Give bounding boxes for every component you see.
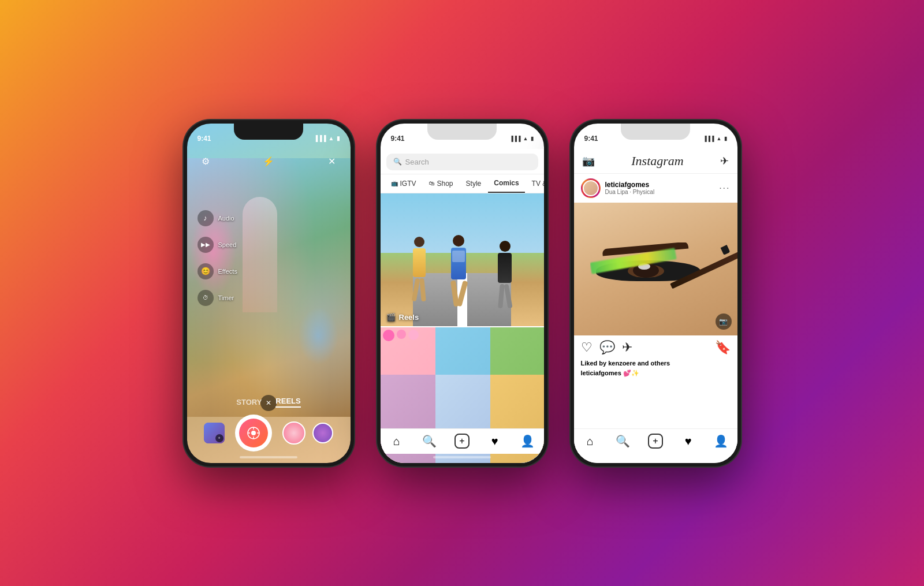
effects-control[interactable]: 😊 Effects xyxy=(198,263,237,279)
phone-camera: 9:41 ▐▐▐ ▲ ▮ ⚙ ⚡ ✕ ♪ Audio ▶▶ Speed � xyxy=(184,120,354,466)
home-nav-icon-3[interactable]: ⌂ xyxy=(580,431,601,451)
explore-featured-image: 🎬 Reels xyxy=(381,193,544,326)
post-user-info: leticiafgomes Dua Lipa · Physical xyxy=(581,178,655,198)
user-avatar[interactable] xyxy=(581,178,601,198)
camera-top-controls: ⚙ ⚡ ✕ xyxy=(187,152,351,171)
gallery-thumbnail[interactable]: + xyxy=(204,423,225,443)
likes-nav-icon-3[interactable]: ♥ xyxy=(678,431,699,451)
grid-item-5[interactable] xyxy=(435,375,489,421)
effect-options xyxy=(282,421,333,445)
shutter-row: + xyxy=(187,415,351,451)
story-mode-tab[interactable]: STORY xyxy=(236,398,262,406)
home-indicator-3 xyxy=(627,456,684,458)
reels-mode-tab[interactable]: REELS xyxy=(275,397,300,408)
like-button[interactable]: ♡ xyxy=(581,340,593,355)
likes-text: Liked by kenzoere and others xyxy=(581,360,670,367)
user-details: leticiafgomes Dua Lipa · Physical xyxy=(605,181,655,195)
add-nav-icon-3[interactable]: + xyxy=(645,431,666,451)
bottom-nav-3: ⌂ 🔍 + ♥ 👤 xyxy=(574,428,737,454)
bookmark-button[interactable]: 🔖 xyxy=(715,340,731,355)
speed-label: Speed xyxy=(218,241,237,248)
settings-icon[interactable]: ⚙ xyxy=(196,152,215,171)
camera-header-icon[interactable]: 📷 xyxy=(582,155,595,167)
grid-item-4[interactable] xyxy=(381,375,434,421)
search-nav-icon[interactable]: 🔍 xyxy=(419,431,439,451)
speed-control[interactable]: ▶▶ Speed xyxy=(198,237,237,253)
tab-style[interactable]: Style xyxy=(460,174,487,193)
signal-icon-3: ▐▐▐ xyxy=(703,136,714,141)
post-caption: leticiafgomes 💕✨ xyxy=(574,369,737,380)
post-camera-icon[interactable]: 📷 xyxy=(716,313,732,330)
effects-label: Effects xyxy=(218,268,237,275)
home-nav-icon[interactable]: ⌂ xyxy=(386,431,407,451)
timer-label: Timer xyxy=(218,294,234,301)
grid-item-3[interactable] xyxy=(490,327,544,374)
camera-side-controls: ♪ Audio ▶▶ Speed 😊 Effects ⏱ Timer xyxy=(198,210,237,306)
grid-item-6[interactable] xyxy=(490,375,544,421)
explore-grid xyxy=(381,326,544,422)
add-nav-icon[interactable]: + xyxy=(452,431,472,451)
reels-record-icon xyxy=(239,419,268,447)
phone-feed: 9:41 ▐▐▐ ▲ ▮ 📷 Instagram ✈ xyxy=(571,120,741,466)
tab-comics[interactable]: Comics xyxy=(488,174,524,193)
profile-nav-icon[interactable]: 👤 xyxy=(517,431,538,451)
camera-bottom-controls: STORY REELS + xyxy=(187,397,351,451)
instagram-header: 📷 Instagram ✈ xyxy=(574,149,737,174)
reels-film-icon: 🎬 xyxy=(386,313,396,322)
post-actions: ♡ 💬 ✈ 🔖 xyxy=(574,335,737,360)
grid-item-2[interactable] xyxy=(435,327,489,374)
caption-text: 💕✨ xyxy=(623,369,639,376)
search-bar[interactable]: 🔍 Search xyxy=(386,154,538,170)
svg-point-1 xyxy=(251,431,256,435)
likes-nav-icon[interactable]: ♥ xyxy=(485,431,505,451)
caption-username[interactable]: leticiafgomes xyxy=(581,369,621,376)
shop-icon: 🛍 xyxy=(429,180,435,186)
search-area: 🔍 Search xyxy=(381,149,544,174)
send-icon[interactable]: ✈ xyxy=(720,155,729,167)
status-icons: ▐▐▐ ▲ ▮ xyxy=(314,135,340,141)
timer-control[interactable]: ⏱ Timer xyxy=(198,290,237,306)
wifi-icon-2: ▲ xyxy=(523,136,528,141)
effect-dot-1[interactable] xyxy=(282,421,305,445)
audio-label: Audio xyxy=(218,215,234,222)
user-song: Dua Lipa · Physical xyxy=(605,189,655,195)
bottom-nav-2: ⌂ 🔍 + ♥ 👤 xyxy=(381,428,544,454)
profile-nav-icon-3[interactable]: 👤 xyxy=(710,431,731,451)
effects-icon: 😊 xyxy=(198,263,214,279)
effect-dot-2[interactable] xyxy=(312,423,333,443)
status-icons-2: ▐▐▐ ▲ ▮ xyxy=(509,136,533,141)
signal-icon: ▐▐▐ xyxy=(314,135,326,141)
battery-icon-2: ▮ xyxy=(531,136,534,141)
audio-icon: ♪ xyxy=(198,210,214,226)
status-time-3: 9:41 xyxy=(584,135,598,143)
search-nav-icon-3[interactable]: 🔍 xyxy=(612,431,633,451)
post-image: 📷 xyxy=(574,203,737,335)
flash-icon[interactable]: ⚡ xyxy=(259,152,278,171)
instagram-logo: Instagram xyxy=(631,154,683,169)
status-time-2: 9:41 xyxy=(391,135,405,143)
notch xyxy=(234,124,303,140)
reels-label: 🎬 Reels xyxy=(386,313,419,322)
tab-tv-movies[interactable]: TV & Movi… xyxy=(526,174,544,193)
feed-screen: 📷 Instagram ✈ leticiafgomes Dua Lipa · P… xyxy=(574,149,737,463)
username[interactable]: leticiafgomes xyxy=(605,181,655,189)
battery-icon: ▮ xyxy=(337,135,340,141)
tab-igtv[interactable]: 📺 IGTV xyxy=(385,174,422,193)
share-button[interactable]: ✈ xyxy=(622,340,632,355)
signal-icon-2: ▐▐▐ xyxy=(509,136,520,141)
tab-shop[interactable]: 🛍 Shop xyxy=(423,174,459,193)
igtv-icon: 📺 xyxy=(391,180,398,186)
more-options-icon[interactable]: ··· xyxy=(719,183,730,193)
explore-screen: 🔍 Search 📺 IGTV 🛍 Shop Style Comi xyxy=(381,149,544,463)
comment-button[interactable]: 💬 xyxy=(599,340,615,355)
home-indicator-2 xyxy=(433,456,491,458)
audio-control[interactable]: ♪ Audio xyxy=(198,210,237,226)
post-header: leticiafgomes Dua Lipa · Physical ··· xyxy=(574,174,737,203)
search-placeholder: Search xyxy=(405,158,429,166)
shutter-button[interactable] xyxy=(235,415,272,451)
notch-3 xyxy=(621,124,690,140)
wifi-icon-3: ▲ xyxy=(717,136,722,141)
battery-icon-3: ▮ xyxy=(724,136,727,141)
grid-item-1[interactable] xyxy=(381,327,434,374)
close-icon[interactable]: ✕ xyxy=(323,152,341,171)
